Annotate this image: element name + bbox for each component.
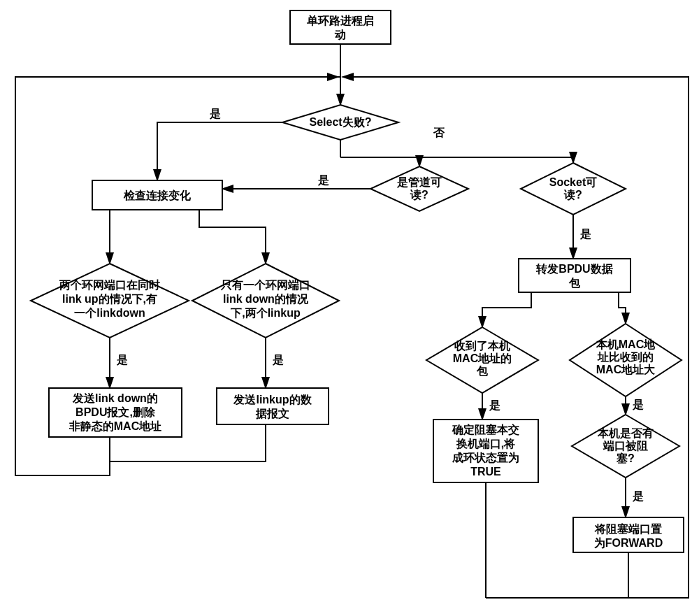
onedown-l2: link down的情况 — [223, 293, 309, 305]
senddown-l1: 发送link down的 — [72, 392, 158, 404]
portblk-l2: 端口被阻 — [603, 440, 648, 452]
senddown-l3: 非静态的MAC地址 — [69, 420, 161, 432]
sendup-l2: 据报文 — [255, 408, 289, 420]
twoup-l3: 一个linkdown — [74, 307, 145, 319]
edge-fwd-left — [482, 292, 531, 327]
settrue-l3: 成环状态置为 — [452, 452, 519, 464]
onedown-l1: 只有一个环网端口 — [220, 279, 310, 291]
socket-l1: Socket可 — [549, 176, 597, 188]
portblk-yes-label: 是 — [632, 490, 644, 502]
fwd-l2: 包 — [568, 277, 581, 289]
check-label: 检查连接变化 — [123, 189, 192, 201]
portblk-l1: 本机是否有 — [597, 427, 654, 439]
edge-check-right — [199, 210, 266, 264]
flowchart: 单环路进程启 动 Select失败? 是 否 是管道可 读? Socket可 读… — [0, 0, 699, 616]
edge-forward-down — [486, 552, 628, 598]
macbig-yes-label: 是 — [632, 399, 644, 410]
edge-to-pipe — [340, 157, 419, 166]
svg-text:动: 动 — [334, 29, 346, 41]
pipe-l2: 读? — [410, 189, 428, 201]
onedown-l3: 下,两个linkup — [230, 307, 301, 319]
start-l1: 单环路进程启 — [306, 14, 374, 27]
portblk-l3: 塞? — [616, 452, 635, 464]
sendup-l1: 发送linkup的数 — [233, 394, 312, 406]
settrue-l2: 换机端口,将 — [456, 438, 515, 450]
select-yes-label: 是 — [209, 108, 221, 120]
rxown-yes-label: 是 — [489, 399, 500, 411]
macbig-l1: 本机MAC地 — [596, 338, 656, 350]
settrue-l4: TRUE — [470, 466, 501, 478]
twoup-yes-label: 是 — [116, 354, 128, 366]
macbig-l3: MAC地址大 — [596, 364, 656, 375]
select-no-label: 否 — [433, 127, 445, 138]
twoup-l2: link up的情况下,有 — [62, 293, 157, 305]
forward-l2: 为FORWARD — [594, 537, 663, 549]
socket-yes-label: 是 — [579, 228, 591, 240]
forward-l1: 将阻塞端口置 — [594, 522, 662, 535]
svg-text:单环路进程启: 单环路进程启 — [306, 14, 374, 27]
rxown-l1: 收到了本机 — [454, 340, 510, 352]
pipe-yes-label: 是 — [317, 174, 329, 186]
senddown-l2: BPDU报文,删除 — [75, 406, 156, 418]
rxown-l2: MAC地址的 — [453, 352, 512, 364]
start-l2: 动 — [334, 29, 346, 41]
edge-to-socket — [340, 157, 573, 163]
twoup-l1: 两个环网端口在同时 — [59, 279, 160, 291]
edge-fwd-right — [619, 292, 626, 324]
socket-l2: 读? — [563, 189, 582, 201]
macbig-l2: 址比收到的 — [597, 351, 654, 363]
edge-select-yes — [157, 122, 282, 180]
fwd-l1: 转发BPDU数据 — [535, 263, 612, 275]
select-label: Select失败? — [310, 116, 372, 128]
rxown-l3: 包 — [476, 365, 489, 377]
settrue-l1: 确定阻塞本交 — [452, 423, 519, 436]
onedown-yes-label: 是 — [272, 354, 284, 366]
pipe-l1: 是管道可 — [396, 176, 442, 188]
